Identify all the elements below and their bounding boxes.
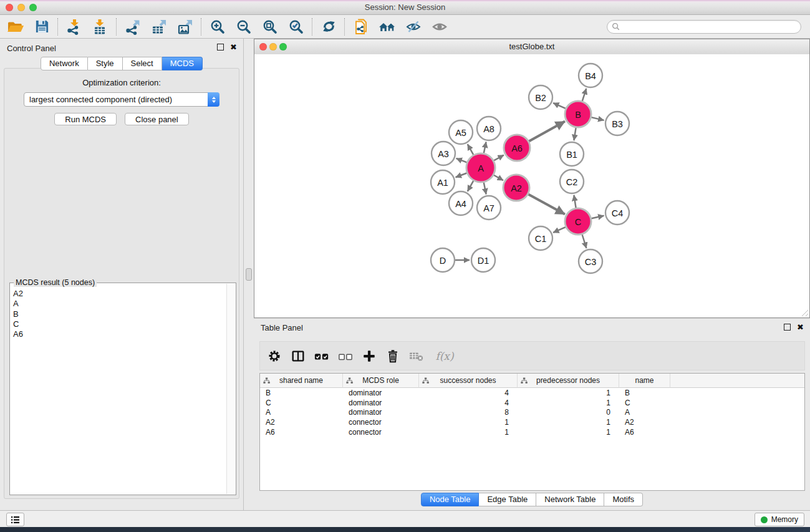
column-header-shared-name[interactable]: shared name bbox=[260, 374, 343, 388]
graph-edge-A-A4[interactable] bbox=[468, 181, 473, 191]
tab-style[interactable]: Style bbox=[88, 57, 123, 70]
save-session-button[interactable] bbox=[29, 16, 55, 37]
graph-edge-A6-B[interactable] bbox=[529, 122, 565, 142]
graph-edge-B-B4[interactable] bbox=[582, 89, 586, 101]
add-column-button[interactable] bbox=[360, 345, 378, 367]
mcds-result-item[interactable]: A2 bbox=[13, 289, 226, 299]
refresh-button[interactable] bbox=[316, 16, 342, 37]
delete-table-button[interactable] bbox=[407, 345, 426, 367]
table-tab-node-table[interactable]: Node Table bbox=[421, 493, 480, 506]
zoom-window-button[interactable] bbox=[29, 4, 37, 11]
table-row[interactable]: A2connector11A2 bbox=[260, 417, 804, 427]
hide-selected-button[interactable] bbox=[400, 16, 427, 37]
application-window: Session: New Session bbox=[0, 0, 810, 532]
graph-edge-A-A1[interactable] bbox=[456, 173, 467, 177]
table-cell-shared-name: A6 bbox=[260, 428, 343, 437]
float-table-panel-icon[interactable] bbox=[784, 324, 791, 331]
graph-edge-C-C4[interactable] bbox=[591, 216, 604, 218]
import-network-button[interactable] bbox=[61, 16, 87, 37]
zoom-fit-button[interactable] bbox=[257, 16, 283, 37]
table-cell-predecessor-nodes: 1 bbox=[518, 428, 619, 437]
minimize-window-button[interactable] bbox=[17, 4, 25, 11]
graph-edge-A2-C[interactable] bbox=[528, 195, 565, 215]
graph-edge-A-A6[interactable] bbox=[494, 155, 504, 161]
table-settings-button[interactable] bbox=[265, 345, 284, 367]
graph-edge-A-A2[interactable] bbox=[494, 175, 503, 181]
close-panel-button[interactable]: Close panel bbox=[125, 113, 189, 125]
table-tab-network-table[interactable]: Network Table bbox=[536, 493, 604, 506]
new-network-from-selection-button[interactable] bbox=[348, 16, 374, 37]
graph-edge-A-A8[interactable] bbox=[484, 142, 486, 153]
deselect-all-columns-button[interactable] bbox=[336, 345, 355, 367]
network-close-button[interactable] bbox=[259, 43, 267, 51]
graph-node-label-B4: B4 bbox=[585, 71, 596, 81]
export-image-button[interactable] bbox=[172, 16, 198, 37]
save-session-icon bbox=[34, 19, 50, 34]
network-minimize-button[interactable] bbox=[269, 43, 277, 51]
graph-edge-A-A3[interactable] bbox=[456, 158, 467, 163]
column-header-mcds-role[interactable]: MCDS role bbox=[343, 374, 419, 388]
table-row[interactable]: Cdominator41C bbox=[260, 398, 804, 408]
import-table-button[interactable] bbox=[87, 16, 113, 37]
float-panel-icon[interactable] bbox=[217, 44, 224, 51]
network-zoom-button[interactable] bbox=[279, 43, 287, 51]
function-builder-button[interactable]: f(x) bbox=[431, 345, 458, 367]
titlebar: Session: New Session bbox=[0, 0, 810, 15]
zoom-out-button[interactable] bbox=[231, 16, 257, 37]
mcds-result-item[interactable]: A bbox=[13, 299, 226, 309]
network-canvas[interactable]: B4B2BB3A5A8A6A3B1AA1C2A2A4A7C4CC1C3DD1 bbox=[254, 54, 809, 317]
column-header-successor-nodes[interactable]: successor nodes bbox=[419, 374, 518, 388]
table-row[interactable]: Bdominator41B bbox=[260, 388, 804, 398]
table-row[interactable]: Adominator80A bbox=[260, 408, 804, 418]
select-all-columns-button[interactable] bbox=[312, 345, 331, 367]
zoom-selected-button[interactable] bbox=[283, 16, 309, 37]
graph-edge-C-C2[interactable] bbox=[574, 195, 576, 208]
run-mcds-button[interactable]: Run MCDS bbox=[54, 113, 117, 125]
close-window-button[interactable] bbox=[6, 4, 13, 11]
result-list-scrollbar[interactable] bbox=[226, 284, 235, 494]
memory-button[interactable]: Memory bbox=[755, 513, 804, 526]
table-tab-edge-table[interactable]: Edge Table bbox=[479, 493, 536, 506]
column-header-predecessor-nodes[interactable]: predecessor nodes bbox=[518, 374, 619, 388]
graph-edge-B-B1[interactable] bbox=[574, 128, 576, 141]
close-table-panel-icon[interactable]: ✖ bbox=[797, 324, 804, 331]
window-controls bbox=[6, 4, 37, 11]
mcds-result-item[interactable]: C bbox=[13, 319, 226, 329]
graph-edge-C-C3[interactable] bbox=[582, 235, 587, 248]
export-table-button[interactable] bbox=[146, 16, 172, 37]
function-icon: f(x) bbox=[435, 350, 453, 362]
criterion-select[interactable]: largest connected component (directed) bbox=[24, 92, 219, 107]
graph-edge-A-A5[interactable] bbox=[468, 144, 473, 155]
search-field[interactable] bbox=[607, 20, 801, 34]
right-column: testGlobe.txt B4B2BB3A5A8A6A3B1AA1C2A2A4… bbox=[254, 39, 810, 510]
open-session-button[interactable] bbox=[2, 16, 29, 37]
export-network-button[interactable] bbox=[120, 16, 146, 37]
close-panel-icon[interactable]: ✖ bbox=[230, 44, 237, 51]
select-stepper-icon bbox=[208, 92, 219, 107]
first-neighbors-button[interactable] bbox=[374, 16, 400, 37]
mcds-result-item[interactable]: B bbox=[13, 309, 226, 319]
split-view-button[interactable] bbox=[289, 345, 307, 367]
mcds-result-box: MCDS result (5 nodes) A2ABCA6 bbox=[9, 283, 236, 495]
table-row[interactable]: A6connector11A6 bbox=[260, 427, 804, 437]
mcds-result-item[interactable]: A6 bbox=[13, 329, 226, 339]
divider-grip[interactable] bbox=[246, 268, 252, 281]
graph-edge-A-A7[interactable] bbox=[484, 183, 486, 195]
graph-edge-C-C1[interactable] bbox=[553, 227, 566, 233]
tab-network[interactable]: Network bbox=[41, 57, 88, 70]
delete-column-button[interactable] bbox=[383, 345, 402, 367]
tab-mcds[interactable]: MCDS bbox=[162, 57, 203, 70]
task-list-button[interactable] bbox=[6, 513, 24, 526]
panel-divider[interactable] bbox=[244, 39, 254, 510]
table-tab-motifs[interactable]: Motifs bbox=[604, 493, 643, 506]
control-panel-header: Control Panel ✖ bbox=[0, 39, 243, 56]
zoom-in-button[interactable] bbox=[205, 16, 231, 37]
show-all-button[interactable] bbox=[427, 16, 453, 37]
search-input[interactable] bbox=[623, 22, 796, 32]
table-cell-successor-nodes: 8 bbox=[419, 408, 518, 417]
first-neighbors-icon bbox=[378, 19, 396, 35]
column-header-name[interactable]: name bbox=[619, 374, 670, 388]
graph-edge-B-B2[interactable] bbox=[553, 103, 566, 109]
tab-select[interactable]: Select bbox=[123, 57, 162, 70]
graph-edge-B-B3[interactable] bbox=[591, 117, 604, 120]
